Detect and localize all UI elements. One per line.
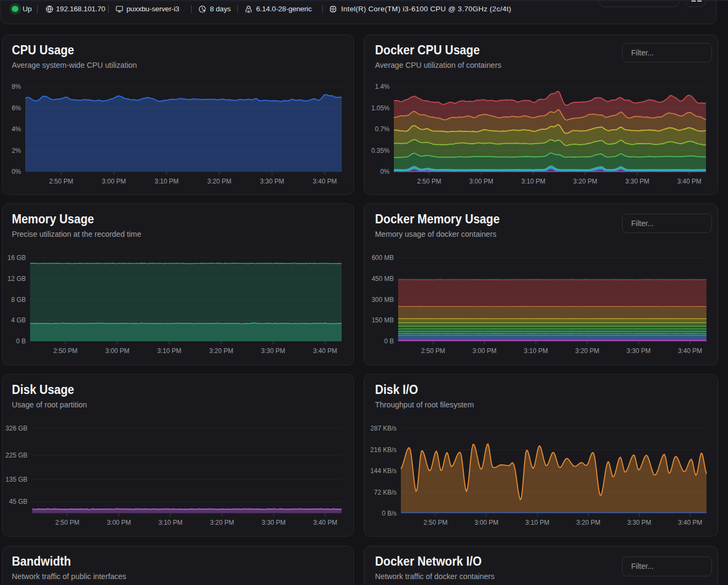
svg-text:8 GB: 8 GB <box>11 296 26 304</box>
svg-text:3:00 PM: 3:00 PM <box>469 178 493 185</box>
svg-text:2:50 PM: 2:50 PM <box>53 347 77 355</box>
svg-text:150 MB: 150 MB <box>372 316 394 324</box>
svg-text:3:10 PM: 3:10 PM <box>521 178 546 185</box>
svg-text:3:30 PM: 3:30 PM <box>261 347 285 355</box>
svg-text:3:00 PM: 3:00 PM <box>102 178 126 185</box>
svg-text:135 GB: 135 GB <box>5 476 27 483</box>
svg-text:0 B/s: 0 B/s <box>382 510 397 517</box>
svg-text:3:10 PM: 3:10 PM <box>524 347 548 355</box>
svg-text:0.7%: 0.7% <box>375 125 390 133</box>
svg-text:3:30 PM: 3:30 PM <box>625 178 649 185</box>
svg-text:3:40 PM: 3:40 PM <box>313 347 337 355</box>
svg-text:12 GB: 12 GB <box>8 275 26 283</box>
svg-text:3:30 PM: 3:30 PM <box>261 519 286 526</box>
svg-text:3:30 PM: 3:30 PM <box>627 347 651 355</box>
svg-text:3:20 PM: 3:20 PM <box>573 178 597 185</box>
svg-text:326 GB: 326 GB <box>5 425 27 432</box>
svg-text:1.05%: 1.05% <box>371 104 390 112</box>
svg-text:3:20 PM: 3:20 PM <box>209 347 234 355</box>
svg-text:3:10 PM: 3:10 PM <box>525 519 549 526</box>
svg-text:45 GB: 45 GB <box>9 498 27 505</box>
svg-text:1.4%: 1.4% <box>375 83 390 90</box>
svg-text:3:40 PM: 3:40 PM <box>313 178 337 185</box>
svg-text:3:00 PM: 3:00 PM <box>475 519 499 526</box>
svg-text:3:10 PM: 3:10 PM <box>154 178 179 185</box>
svg-text:144 KB/s: 144 KB/s <box>370 467 397 475</box>
svg-text:3:20 PM: 3:20 PM <box>207 178 231 185</box>
svg-text:225 GB: 225 GB <box>5 452 27 459</box>
svg-text:0 B: 0 B <box>16 337 26 345</box>
svg-text:72 KB/s: 72 KB/s <box>374 489 397 496</box>
svg-text:2:50 PM: 2:50 PM <box>49 178 73 185</box>
svg-text:0 B: 0 B <box>384 337 394 345</box>
svg-text:6%: 6% <box>12 104 22 112</box>
svg-text:0%: 0% <box>12 168 22 175</box>
svg-text:3:40 PM: 3:40 PM <box>313 519 337 526</box>
svg-text:0.35%: 0.35% <box>371 147 390 154</box>
svg-text:3:00 PM: 3:00 PM <box>472 347 497 355</box>
svg-text:3:20 PM: 3:20 PM <box>576 519 600 526</box>
svg-text:3:30 PM: 3:30 PM <box>627 519 652 526</box>
svg-text:4 GB: 4 GB <box>11 316 26 324</box>
svg-text:450 MB: 450 MB <box>372 275 394 283</box>
svg-text:3:40 PM: 3:40 PM <box>678 519 702 526</box>
svg-text:2:50 PM: 2:50 PM <box>421 347 446 355</box>
svg-text:3:30 PM: 3:30 PM <box>260 178 284 185</box>
svg-text:4%: 4% <box>12 125 22 133</box>
svg-text:2%: 2% <box>12 147 22 154</box>
svg-text:600 MB: 600 MB <box>372 254 394 262</box>
svg-text:0%: 0% <box>380 168 390 175</box>
svg-text:2:50 PM: 2:50 PM <box>423 519 448 526</box>
svg-text:216 KB/s: 216 KB/s <box>370 446 397 454</box>
svg-text:2:50 PM: 2:50 PM <box>55 519 80 526</box>
svg-text:3:20 PM: 3:20 PM <box>210 519 234 526</box>
svg-text:3:20 PM: 3:20 PM <box>575 347 599 355</box>
svg-text:8%: 8% <box>12 83 22 90</box>
svg-text:3:10 PM: 3:10 PM <box>158 519 182 526</box>
svg-text:16 GB: 16 GB <box>8 254 26 262</box>
svg-text:300 MB: 300 MB <box>372 296 394 304</box>
svg-text:3:10 PM: 3:10 PM <box>157 347 181 355</box>
svg-text:3:40 PM: 3:40 PM <box>678 347 702 355</box>
svg-text:3:00 PM: 3:00 PM <box>105 347 130 355</box>
svg-text:3:40 PM: 3:40 PM <box>677 178 702 185</box>
svg-text:2:50 PM: 2:50 PM <box>417 178 441 185</box>
svg-text:287 KB/s: 287 KB/s <box>370 425 397 432</box>
svg-text:3:00 PM: 3:00 PM <box>107 519 131 526</box>
